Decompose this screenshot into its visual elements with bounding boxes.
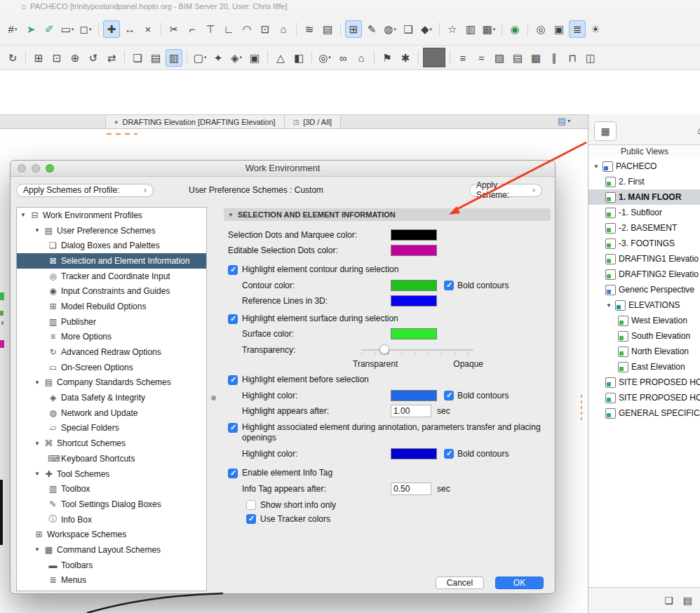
- profile-options-icon[interactable]: ◍ ▾: [382, 20, 398, 38]
- spline-tool-icon[interactable]: ≈ ▾: [473, 49, 490, 67]
- transparency-slider[interactable]: [361, 344, 473, 356]
- we-tree-item[interactable]: ▼ ▱ Special Folders: [17, 421, 206, 436]
- contour-bold-checkbox[interactable]: [444, 281, 454, 290]
- we-tree-item[interactable]: ▼ ✚ Tool Schemes: [17, 466, 206, 482]
- sidebar-home-icon[interactable]: ⌂: [697, 124, 700, 137]
- edit-document-icon[interactable]: ▤ ▾: [319, 20, 336, 38]
- highlight-contour-checkbox[interactable]: [228, 265, 238, 275]
- highlight-appears-input[interactable]: [391, 405, 431, 417]
- short-info-checkbox[interactable]: [246, 500, 256, 510]
- dimension-icon[interactable]: ↔ ▾: [121, 20, 138, 38]
- favorites-star-icon[interactable]: ☆ ▾: [444, 20, 461, 38]
- adjust-icon[interactable]: ⌐ ▾: [184, 20, 201, 38]
- we-tree-item[interactable]: ▼ ⌨ Keyboard Shortcuts: [17, 451, 206, 466]
- magic-wand-icon[interactable]: ✦ ▾: [210, 49, 227, 67]
- rotate-view-icon[interactable]: ↺ ▾: [85, 49, 102, 67]
- view-tree-item[interactable]: ▼ DRAFTING1 Elevatio: [588, 251, 700, 267]
- enable-infotag-checkbox[interactable]: [228, 469, 238, 478]
- we-tree-item[interactable]: ▼ ⓘ Info Box: [17, 512, 206, 527]
- intersect-icon[interactable]: ∟ ▾: [220, 20, 237, 38]
- we-tree-item[interactable]: ▼ ❏ Dialog Boxes and Palettes: [17, 238, 206, 253]
- clipboard-icon[interactable]: ▥ ▾: [166, 49, 182, 67]
- disclosure-triangle-icon[interactable]: ▼: [34, 471, 41, 477]
- disclosure-triangle-icon[interactable]: ▼: [20, 212, 27, 218]
- object-tool-icon[interactable]: ◫ ▾: [582, 49, 599, 67]
- we-tree-item[interactable]: ▼ ⊠ Selection and Element Information: [17, 253, 206, 269]
- split-icon[interactable]: × ▾: [140, 20, 156, 38]
- hatch-lines-icon[interactable]: ≋ ▾: [301, 20, 318, 38]
- selection-dots-color-swatch[interactable]: [391, 229, 437, 241]
- beam-tool-icon[interactable]: ⊓ ▾: [564, 49, 581, 67]
- we-tree-item[interactable]: ▼ ▥ Toolbox: [17, 481, 206, 497]
- view-tree-item[interactable]: ▼ PACHECO: [588, 159, 700, 174]
- find-select-icon[interactable]: ◎ ▾: [532, 20, 549, 38]
- align-icon[interactable]: ⊤ ▾: [202, 20, 219, 38]
- column-tool-icon[interactable]: ∥ ▾: [546, 49, 563, 67]
- grid-display-icon[interactable]: ⊞ ▾: [30, 49, 47, 67]
- we-tree-item[interactable]: ▼ ◎ Tracker and Coordinate Input: [17, 269, 206, 284]
- ref-lines-color-swatch[interactable]: [391, 295, 437, 306]
- minimize-button[interactable]: [32, 164, 40, 173]
- view-tree-item[interactable]: ▼ North Elevation: [588, 344, 700, 359]
- view-tree-item[interactable]: ▼ -1. Subfloor: [588, 205, 700, 220]
- move-tool-icon[interactable]: ✚ ▾: [103, 20, 120, 38]
- highlight-before-checkbox[interactable]: [228, 375, 238, 385]
- resize-icon[interactable]: ⊡ ▾: [257, 20, 274, 38]
- mesh-tool-icon[interactable]: ▦ ▾: [527, 49, 544, 67]
- section-marker-icon[interactable]: ◧ ▾: [290, 49, 307, 67]
- mirror-icon[interactable]: ⇄ ▾: [103, 49, 120, 67]
- assoc-bold-checkbox[interactable]: [444, 449, 454, 459]
- disclosure-triangle-icon[interactable]: ▼: [34, 379, 41, 386]
- edit-view-icon[interactable]: ▤: [683, 595, 692, 606]
- marquee-tool-icon[interactable]: ▭ ▾: [59, 20, 76, 38]
- close-button[interactable]: [18, 164, 26, 173]
- view-tree-item[interactable]: ▼ South Elevation: [588, 328, 700, 344]
- view-tree-item[interactable]: ▼ -3. FOOTINGS: [588, 236, 700, 251]
- we-tree-item[interactable]: ▼ ◍ Network and Update: [17, 405, 206, 421]
- copy-settings-icon[interactable]: ❏ ▾: [400, 20, 417, 38]
- trim-scissors-icon[interactable]: ✂ ▾: [166, 20, 182, 38]
- gravity-icon[interactable]: ◈ ▾: [228, 49, 245, 67]
- lock-icon[interactable]: ◻ ▾: [77, 20, 94, 38]
- marquee-options-icon[interactable]: ▢ ▾: [191, 49, 208, 67]
- tracker-colors-checkbox[interactable]: [246, 514, 256, 524]
- we-tree-item[interactable]: ▼ ▥ Publisher: [17, 314, 206, 330]
- view-tree-item[interactable]: ▼ 1. MAIN FLOOR: [588, 189, 700, 205]
- view-preview-icon[interactable]: ▤ ▾: [558, 116, 570, 126]
- view-tree-item[interactable]: ▼ DRAFTING2 Elevatio: [588, 267, 700, 282]
- sun-study-icon[interactable]: ☀ ▾: [587, 20, 604, 38]
- surface-color-swatch[interactable]: [391, 328, 437, 339]
- before-highlight-color-swatch[interactable]: [391, 390, 437, 401]
- globe-icon[interactable]: ◉ ▾: [506, 20, 523, 38]
- disclosure-triangle-icon[interactable]: ▼: [34, 546, 41, 553]
- zoom-button[interactable]: [46, 164, 54, 173]
- tree-scrollbar-thumb[interactable]: [211, 396, 216, 400]
- hotlink-home-icon[interactable]: ⌂ ▾: [353, 49, 370, 67]
- elevation-marker-icon[interactable]: △ ▾: [272, 49, 289, 67]
- annotate-pen-icon[interactable]: ✎ ▾: [363, 20, 380, 38]
- view-tab[interactable]: ◳ [3D / All]: [285, 115, 341, 128]
- layers-icon[interactable]: ≣ ▾: [569, 20, 586, 38]
- before-bold-checkbox[interactable]: [444, 391, 454, 400]
- disclosure-triangle-icon[interactable]: ▼: [593, 163, 600, 170]
- assoc-highlight-color-swatch[interactable]: [391, 448, 437, 459]
- fill-tool-icon[interactable]: ▨ ▾: [491, 49, 508, 67]
- origin-anchor-icon[interactable]: ⊕ ▾: [67, 49, 83, 67]
- we-tree-item[interactable]: ▼ ⌘ Shortcut Schemes: [17, 436, 206, 451]
- infotag-appears-input[interactable]: [391, 483, 431, 495]
- panel-header[interactable]: ▼ SELECTION AND ELEMENT INFORMATION: [224, 208, 551, 221]
- pick-up-parameters-icon[interactable]: ✐ ▾: [41, 20, 58, 38]
- contour-color-swatch[interactable]: [391, 280, 437, 291]
- dialog-title-bar[interactable]: Work Environment: [11, 161, 555, 177]
- view-tree-item[interactable]: ▼ 2. First: [588, 174, 700, 189]
- apply-scheme-dropdown[interactable]: Apply Scheme: ›: [469, 184, 542, 197]
- we-tree-item[interactable]: ▼ ↻ Advanced Redraw Options: [17, 344, 206, 360]
- camera-path-icon[interactable]: ◎ ▾: [316, 49, 333, 67]
- disclosure-triangle-icon[interactable]: ▼: [34, 227, 41, 234]
- shape-options-icon[interactable]: ◆ ▾: [418, 20, 435, 38]
- we-tree-item[interactable]: ▼ ≡ More Options: [17, 330, 206, 345]
- highlight-associated-checkbox[interactable]: [228, 423, 238, 433]
- view-tree-item[interactable]: ▼ -2. BASEMENT: [588, 220, 700, 236]
- layout-book-icon[interactable]: ▥ ▾: [462, 20, 479, 38]
- copy-icon[interactable]: ❏ ▾: [129, 49, 146, 67]
